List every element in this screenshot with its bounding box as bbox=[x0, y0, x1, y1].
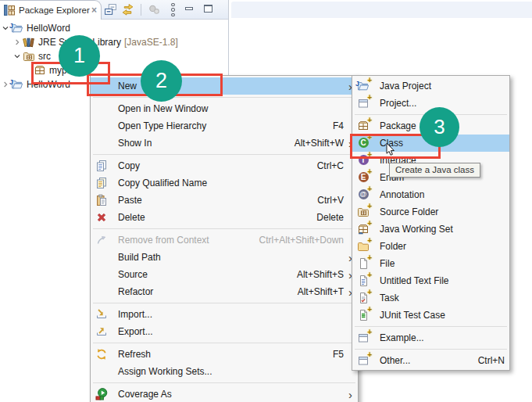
menu-item-copy-qualified-name[interactable]: Copy Qualified Name bbox=[91, 174, 358, 192]
submenu-item-java-project[interactable]: Java Project bbox=[352, 77, 509, 95]
menu-item-remove-from-context[interactable]: Remove from ContextCtrl+Alt+Shift+Down bbox=[91, 232, 358, 249]
menu-item-show-in[interactable]: Show InAlt+Shift+W› bbox=[91, 135, 358, 152]
remove-from-context-icon bbox=[95, 234, 108, 246]
new-enum-icon bbox=[357, 171, 370, 184]
menu-item-refresh[interactable]: RefreshF5 bbox=[91, 346, 358, 363]
menu-item-coverage-as[interactable]: Coverage As› bbox=[91, 386, 358, 402]
menu-item-import[interactable]: Import... bbox=[91, 306, 358, 323]
menu-separator bbox=[355, 114, 507, 115]
new-untitled-text-file-icon bbox=[357, 275, 370, 287]
copy-icon bbox=[95, 160, 108, 172]
link-with-editor-icon[interactable] bbox=[121, 3, 134, 16]
menu-item-build-path[interactable]: Build Path› bbox=[91, 249, 358, 266]
menu-item-refactor[interactable]: RefactorAlt+Shift+T› bbox=[91, 283, 358, 300]
menu-item-source[interactable]: SourceAlt+Shift+S› bbox=[91, 266, 358, 283]
java-project-icon bbox=[11, 22, 23, 34]
menu-separator bbox=[355, 349, 507, 350]
submenu-item-project[interactable]: Project... bbox=[352, 95, 509, 112]
menu-separator bbox=[93, 228, 355, 229]
submenu-item-source-folder[interactable]: Source Folder bbox=[352, 203, 509, 221]
editor-header-strip bbox=[231, 2, 532, 18]
submenu-item-package[interactable]: Package bbox=[352, 117, 509, 135]
menu-item-open-type-hierarchy[interactable]: Open Type HierarchyF4 bbox=[91, 117, 358, 135]
new-project-icon bbox=[357, 97, 370, 109]
tree-item-mypack[interactable]: mypack bbox=[34, 63, 81, 77]
menu-item-copy[interactable]: CopyCtrl+C bbox=[91, 157, 358, 174]
menu-item-assign-working-sets[interactable]: Assign Working Sets... bbox=[91, 363, 358, 380]
focus-icon[interactable] bbox=[148, 3, 161, 16]
new-package-icon bbox=[357, 120, 370, 132]
chevron-expanded-icon[interactable] bbox=[2, 24, 9, 32]
view-title: Package Explorer bbox=[19, 5, 91, 15]
new-java-project-icon bbox=[357, 80, 370, 92]
submenu-item-java-working-set[interactable]: Java Working Set bbox=[352, 221, 509, 238]
export-icon bbox=[95, 325, 108, 338]
minimize-icon[interactable] bbox=[185, 7, 193, 10]
new-source-folder-icon bbox=[357, 206, 370, 218]
refresh-icon bbox=[95, 348, 108, 361]
menu-separator bbox=[93, 154, 355, 155]
jre-library-icon bbox=[23, 36, 35, 48]
tree-item-helloword[interactable]: HelloWord bbox=[2, 21, 70, 35]
menu-separator bbox=[93, 97, 355, 98]
close-view-icon[interactable]: × bbox=[91, 5, 97, 15]
tree-item-helloword-2[interactable]: HelloWord bbox=[2, 77, 70, 92]
menu-separator bbox=[93, 343, 355, 343]
submenu-item-other[interactable]: Other...Ctrl+N bbox=[352, 352, 509, 369]
toolbar-separator bbox=[141, 4, 141, 16]
new-class-icon bbox=[357, 137, 370, 149]
collapse-all-icon[interactable] bbox=[104, 3, 117, 16]
submenu-item-folder[interactable]: Folder bbox=[352, 238, 509, 255]
menu-item-export[interactable]: Export... bbox=[91, 323, 358, 340]
submenu-item-task[interactable]: Task bbox=[352, 289, 509, 307]
tooltip: Create a Java class bbox=[389, 163, 480, 178]
new-example-icon bbox=[357, 332, 370, 344]
menu-item-paste[interactable]: PasteCtrl+V bbox=[91, 192, 358, 209]
new-junit-test-case-icon bbox=[357, 309, 370, 321]
chevron-collapsed-icon[interactable] bbox=[13, 38, 21, 46]
delete-icon bbox=[95, 211, 108, 224]
library-decoration: [JavaSE-1.8] bbox=[124, 37, 178, 48]
view-menu-icon[interactable] bbox=[170, 3, 176, 16]
menu-separator bbox=[355, 326, 507, 327]
copy-qualified-name-icon bbox=[95, 177, 108, 189]
maximize-icon[interactable] bbox=[204, 5, 212, 13]
new-folder-icon bbox=[357, 240, 370, 253]
submenu-arrow-icon: › bbox=[348, 389, 358, 400]
menu-separator bbox=[93, 303, 355, 303]
menu-item-new[interactable]: New› bbox=[91, 77, 358, 95]
tree-item-src[interactable]: src bbox=[13, 49, 51, 63]
submenu-item-file[interactable]: File bbox=[352, 255, 509, 272]
new-task-icon bbox=[357, 292, 370, 304]
source-folder-icon bbox=[23, 50, 35, 63]
coverage-icon bbox=[95, 388, 108, 400]
submenu-item-class[interactable]: Class bbox=[352, 135, 509, 152]
new-other-icon bbox=[357, 354, 370, 367]
import-icon bbox=[95, 308, 108, 321]
new-java-working-set-icon bbox=[357, 223, 370, 235]
menu-separator bbox=[93, 382, 355, 383]
submenu-item-junit-test-case[interactable]: JUnit Test Case bbox=[352, 307, 509, 324]
chevron-expanded-icon[interactable] bbox=[13, 52, 21, 60]
chevron-collapsed-icon[interactable] bbox=[2, 81, 9, 88]
new-annotation-icon bbox=[357, 188, 370, 201]
eclipse-workbench: Package Explorer × HelloWord JRE System … bbox=[0, 0, 532, 402]
menu-item-open-in-new-window[interactable]: Open in New Window bbox=[91, 100, 358, 117]
tree-item-jre-library[interactable]: JRE System Library [JavaSE-1.8] bbox=[13, 35, 178, 49]
submenu-item-example[interactable]: Example... bbox=[352, 329, 509, 346]
new-interface-icon bbox=[357, 154, 370, 167]
paste-icon bbox=[95, 194, 108, 206]
context-menu: New› Open in New Window Open Type Hierar… bbox=[90, 75, 359, 402]
submenu-item-untitled-text-file[interactable]: Untitled Text File bbox=[352, 272, 509, 289]
submenu-item-annotation[interactable]: Annotation bbox=[352, 186, 509, 203]
tab-package-explorer[interactable]: Package Explorer × bbox=[0, 0, 102, 20]
java-project-icon bbox=[11, 78, 23, 91]
package-explorer-icon bbox=[3, 4, 16, 16]
new-file-icon bbox=[357, 257, 370, 270]
menu-item-delete[interactable]: DeleteDelete bbox=[91, 209, 358, 226]
package-icon bbox=[34, 64, 46, 77]
new-submenu: Java Project Project... Package Class In… bbox=[352, 75, 510, 371]
